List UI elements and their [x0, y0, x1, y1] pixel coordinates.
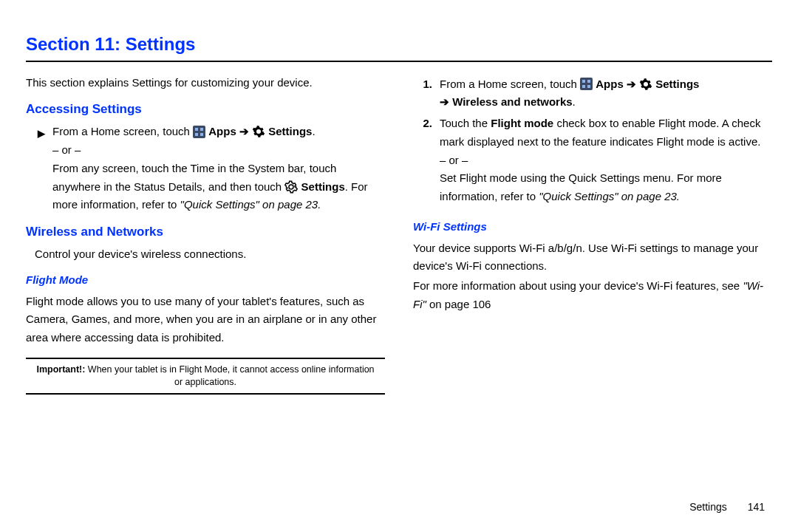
- arrow-lead: ➔: [440, 95, 452, 108]
- heading-accessing-settings: Accessing Settings: [26, 99, 385, 120]
- important-label: Important!:: [36, 364, 85, 375]
- step-2-marker: 2.: [413, 115, 432, 206]
- step-1: 1. From a Home screen, touch Apps ➔ Sett…: [413, 75, 772, 112]
- settings-label-2: Settings: [301, 180, 345, 193]
- left-column: This section explains Settings for custo…: [26, 72, 385, 395]
- heading-wifi-settings: Wi-Fi Settings: [413, 218, 772, 236]
- intro-text: This section explains Settings for custo…: [26, 74, 385, 92]
- heading-flight-mode: Flight Mode: [26, 271, 385, 290]
- arrow-icon: ➔: [627, 78, 636, 90]
- footer-page-number: 141: [748, 501, 765, 513]
- quick-settings-ref: "Quick Settings": [180, 198, 259, 211]
- important-callout: Important!: When your tablet is in Fligh…: [26, 358, 385, 395]
- step-1-body: From a Home screen, touch Apps ➔ Setting…: [440, 75, 772, 112]
- apps-label: Apps: [208, 125, 239, 137]
- settings-label-3: Settings: [655, 78, 699, 90]
- quick-settings-ref-2: "Quick Settings": [539, 190, 618, 202]
- wifi-text-2: For more information about using your de…: [413, 277, 772, 314]
- right-column: 1. From a Home screen, touch Apps ➔ Sett…: [413, 72, 772, 395]
- wifi-text-1: Your device supports Wi-Fi a/b/g/n. Use …: [413, 239, 772, 276]
- period: .: [312, 125, 315, 137]
- footer-label: Settings: [689, 501, 727, 513]
- arrow-icon: ➔: [239, 125, 249, 137]
- period-2: .: [573, 95, 576, 108]
- gear-icon: [284, 180, 298, 194]
- step2-a: Touch the: [440, 117, 491, 129]
- apps-label-2: Apps: [596, 78, 627, 90]
- heading-wireless-networks: Wireless and Networks: [26, 222, 385, 242]
- play-marker-icon: ▶: [26, 123, 45, 214]
- wifi-text-2b: on page 106: [429, 298, 491, 310]
- flight-mode-label: Flight mode: [491, 117, 553, 129]
- section-title: Section 11: Settings: [26, 30, 772, 59]
- wireless-networks-label: Wireless and networks: [452, 95, 572, 108]
- flight-mode-text: Flight mode allows you to use many of yo…: [26, 293, 385, 347]
- gear-icon: [252, 125, 265, 138]
- apps-icon: [193, 126, 205, 138]
- gear-icon: [639, 78, 652, 91]
- accessing-step-body: From a Home screen, touch Apps ➔ Setting…: [52, 123, 385, 214]
- accessing-step: ▶ From a Home screen, touch Apps ➔ Setti…: [26, 123, 385, 214]
- wireless-intro: Control your device's wireless connectio…: [35, 245, 385, 264]
- or-text-2: – or –: [440, 151, 772, 170]
- step-2-body: Touch the Flight mode check box to enabl…: [440, 115, 772, 206]
- two-column-layout: This section explains Settings for custo…: [26, 72, 772, 395]
- settings-label: Settings: [268, 125, 312, 137]
- apps-icon: [580, 78, 593, 90]
- wifi-text-2a: For more information about using your de…: [413, 279, 743, 292]
- important-text: When your tablet is in Flight Mode, it c…: [85, 364, 374, 387]
- on-page-23: on page 23.: [259, 198, 321, 211]
- accessing-lead: From a Home screen, touch: [52, 125, 193, 137]
- on-page-23-2: on page 23.: [618, 190, 680, 202]
- title-rule: [26, 61, 772, 62]
- step1-lead: From a Home screen, touch: [440, 78, 580, 90]
- or-text: – or –: [52, 141, 385, 160]
- step-1-marker: 1.: [413, 75, 432, 112]
- step-2: 2. Touch the Flight mode check box to en…: [413, 115, 772, 206]
- page-footer: Settings 141: [689, 499, 765, 516]
